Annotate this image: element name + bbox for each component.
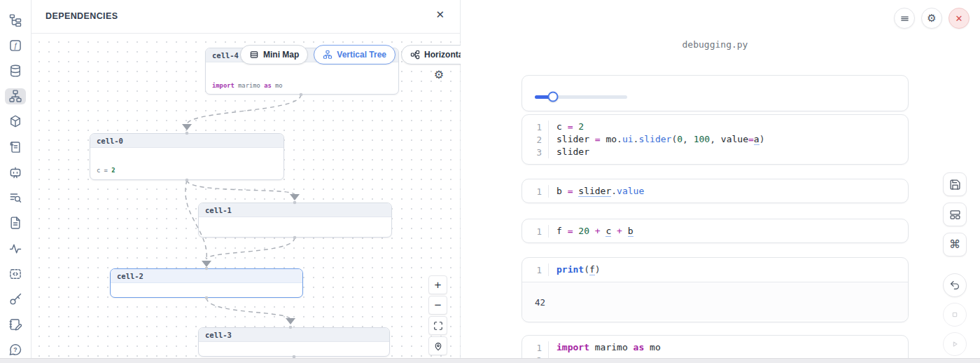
- slider-output-cell: [522, 75, 909, 111]
- code-line[interactable]: print(f): [548, 263, 908, 276]
- sidebar-item-activity[interactable]: [5, 240, 26, 256]
- node-title: cell-1: [199, 203, 391, 217]
- node-title: cell-3: [199, 328, 389, 342]
- activity-icon: [8, 242, 22, 256]
- code-line[interactable]: import marimo as mo: [548, 341, 908, 354]
- code-cell-slider[interactable]: 1c = 2 2slider = mo.ui.slider(0, 100, va…: [522, 114, 909, 165]
- line-number: 2: [522, 135, 548, 145]
- command-icon: ⌘: [949, 239, 960, 250]
- notebook-area: ⚙ ✕ debugging.py 1c = 2 2slider = mo.ui.…: [461, 0, 980, 358]
- graph-node-cell-2[interactable]: cell-2 f = 20 + c + b: [110, 268, 303, 298]
- stop-button[interactable]: [943, 303, 967, 327]
- sidebar-item-document[interactable]: [5, 215, 26, 231]
- mini-map-label: Mini Map: [263, 50, 299, 60]
- line-number: 1: [522, 265, 548, 275]
- file-text-icon: [8, 216, 22, 230]
- code-snippet-icon: [8, 267, 22, 281]
- menu-button[interactable]: [894, 8, 915, 29]
- dependencies-title: DEPENDENCIES: [46, 11, 118, 21]
- node-title: cell-0: [90, 134, 284, 148]
- sidebar-item-function[interactable]: ƒ: [5, 37, 26, 53]
- layout-button[interactable]: [943, 203, 967, 226]
- sidebar-item-chat-bot[interactable]: [5, 164, 26, 180]
- sidebar-item-package[interactable]: [5, 114, 26, 130]
- node-code-line: import marimo as mo: [212, 82, 392, 90]
- zoom-out-button[interactable]: −: [428, 296, 447, 315]
- chat-bot-icon: [8, 165, 22, 179]
- sidebar-item-code-snippet[interactable]: [5, 266, 26, 282]
- bottom-scrollbar-strip[interactable]: [0, 358, 980, 363]
- notebook-action-buttons: ⌘: [943, 172, 967, 362]
- sidebar-item-dependency-graph[interactable]: [5, 88, 26, 104]
- sidebar-item-help[interactable]: ?: [5, 342, 26, 358]
- graph-settings-gear-icon[interactable]: ⚙: [434, 69, 444, 81]
- dependencies-panel: DEPENDENCIES ✕ cell-4 import marimo as m…: [31, 0, 461, 358]
- vertical-tree-button[interactable]: Vertical Tree: [314, 45, 396, 64]
- code-line[interactable]: slider: [548, 146, 908, 158]
- code-line[interactable]: f = 20 + c + b: [548, 225, 908, 238]
- key-icon: [8, 292, 22, 306]
- graph-zoom-controls: + −: [428, 275, 447, 355]
- notebook-pen-icon: [8, 317, 22, 331]
- slider-widget[interactable]: [535, 91, 627, 102]
- graph-node-cell-3[interactable]: cell-3 print(f): [198, 327, 390, 357]
- code-cell-print[interactable]: 1print(f) 42: [522, 257, 909, 322]
- line-number: 1: [522, 343, 548, 353]
- graph-node-cell-0[interactable]: cell-0 c = 2 slider = mo.ui.slider(0, 10…: [90, 133, 284, 180]
- undo-icon: [949, 280, 960, 291]
- shutdown-button[interactable]: ✕: [948, 8, 969, 29]
- horizontal-tree-label: Horizontal Tree: [424, 50, 461, 60]
- fit-view-icon: [433, 321, 443, 331]
- undo-button[interactable]: [943, 273, 967, 297]
- dependency-graph-icon: [8, 89, 22, 103]
- sidebar-item-scroll[interactable]: [5, 139, 26, 155]
- sidebar-item-secrets[interactable]: [5, 291, 26, 307]
- save-button[interactable]: [943, 172, 967, 196]
- dependency-graph-canvas[interactable]: cell-4 import marimo as mo a = 20 cell-0…: [31, 33, 461, 358]
- gear-icon: ⚙: [927, 13, 936, 24]
- database-icon: [8, 64, 22, 78]
- horizontal-tree-button[interactable]: Horizontal Tree: [401, 45, 461, 64]
- icon-sidebar: ƒ ?: [0, 0, 31, 358]
- code-line[interactable]: slider = mo.ui.slider(0, 100, value=a): [548, 133, 908, 146]
- line-number: 1: [522, 226, 548, 237]
- scroll-icon: [8, 140, 22, 154]
- play-icon: [949, 338, 960, 350]
- graph-view-toolbar: Mini Map Vertical Tree Horizontal Tree: [240, 45, 461, 64]
- keyboard-shortcuts-button[interactable]: ⌘: [943, 233, 967, 256]
- zoom-in-button[interactable]: +: [428, 275, 447, 294]
- close-x-icon: ✕: [955, 13, 963, 24]
- code-cell-f[interactable]: 1f = 20 + c + b: [522, 219, 909, 243]
- svg-text:ƒ: ƒ: [13, 42, 18, 50]
- svg-text:?: ?: [13, 346, 17, 353]
- fit-view-button[interactable]: [428, 316, 447, 335]
- sidebar-item-search-logs[interactable]: [5, 190, 26, 206]
- line-number: 1: [522, 186, 548, 197]
- code-line[interactable]: b = slider.value: [548, 185, 908, 198]
- slider-thumb[interactable]: [548, 92, 559, 102]
- close-panel-icon[interactable]: ✕: [435, 9, 444, 20]
- mini-map-icon: [249, 50, 259, 60]
- node-title: cell-2: [111, 269, 302, 283]
- notebook-topbar: ⚙ ✕: [894, 8, 969, 29]
- help-chat-icon: ?: [8, 343, 22, 357]
- code-line[interactable]: c = 2: [548, 121, 908, 133]
- layout-panels-icon: [949, 209, 961, 221]
- settings-button[interactable]: ⚙: [921, 8, 942, 29]
- mini-map-button[interactable]: Mini Map: [240, 45, 308, 64]
- save-icon: [949, 179, 961, 191]
- locate-node-button[interactable]: [428, 336, 447, 355]
- vertical-tree-label: Vertical Tree: [337, 50, 386, 60]
- run-button[interactable]: [943, 332, 967, 356]
- code-cell-b[interactable]: 1b = slider.value: [522, 179, 909, 203]
- sidebar-item-database[interactable]: [5, 62, 26, 78]
- function-icon: ƒ: [8, 39, 22, 53]
- package-icon: [8, 114, 22, 128]
- sidebar-item-scratchpad[interactable]: [5, 317, 26, 333]
- file-tree-icon: [8, 13, 22, 27]
- vertical-tree-icon: [323, 50, 332, 60]
- graph-node-cell-1[interactable]: cell-1 b = slider.value: [198, 203, 392, 238]
- node-code-line: b = slider.value: [205, 236, 385, 238]
- sidebar-item-file-tree[interactable]: [5, 12, 26, 28]
- line-number: 3: [522, 147, 548, 158]
